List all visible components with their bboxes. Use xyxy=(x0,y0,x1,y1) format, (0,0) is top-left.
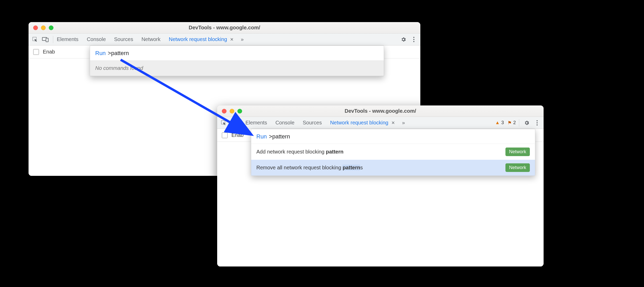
devtools-toolbar: Elements Console Sources Network Network… xyxy=(29,34,420,45)
enable-label: Enab xyxy=(43,49,55,55)
separator-icon xyxy=(519,119,519,126)
device-toggle-icon[interactable] xyxy=(230,118,238,127)
command-menu: Run >pattern No commands found xyxy=(90,45,384,76)
command-input-row[interactable]: Run >pattern xyxy=(251,129,535,144)
overflow-menu-icon[interactable] xyxy=(533,118,542,127)
svg-point-3 xyxy=(413,37,414,38)
more-tabs-icon[interactable]: » xyxy=(402,120,405,126)
inspect-element-icon[interactable] xyxy=(219,118,228,127)
command-result-add-pattern[interactable]: Add network request blocking pattern Net… xyxy=(251,144,535,160)
tab-sources[interactable]: Sources xyxy=(114,35,134,43)
enable-label: Enab xyxy=(231,132,244,138)
separator-icon xyxy=(53,36,53,43)
enable-blocking-checkbox[interactable] xyxy=(222,132,228,138)
issues-counter[interactable]: ⚑ 2 xyxy=(508,120,516,126)
result-text: Remove all network request blocking patt… xyxy=(256,165,363,171)
window-title: DevTools - www.google.com/ xyxy=(217,108,544,114)
tab-network-request-blocking[interactable]: Network request blocking xyxy=(330,119,389,127)
tab-console[interactable]: Console xyxy=(275,119,295,127)
minimize-dot-icon[interactable] xyxy=(230,109,234,114)
run-label: Run xyxy=(256,133,267,140)
svg-rect-8 xyxy=(235,122,237,125)
category-badge: Network xyxy=(505,163,530,172)
traffic-lights xyxy=(217,109,242,114)
window-titlebar: DevTools - www.google.com/ xyxy=(217,105,544,117)
tab-elements[interactable]: Elements xyxy=(56,35,79,43)
category-badge: Network xyxy=(505,148,530,156)
svg-point-10 xyxy=(537,122,538,123)
command-input-row[interactable]: Run >pattern xyxy=(90,46,384,61)
window-title: DevTools - www.google.com/ xyxy=(29,25,420,31)
inspect-element-icon[interactable] xyxy=(31,35,39,44)
panel-tabs: Elements Console Sources Network Network… xyxy=(56,35,244,43)
command-query: >pattern xyxy=(108,50,129,57)
fullscreen-dot-icon[interactable] xyxy=(49,25,53,30)
svg-point-11 xyxy=(537,124,538,125)
window-titlebar: DevTools - www.google.com/ xyxy=(29,22,420,34)
tab-console[interactable]: Console xyxy=(86,35,106,43)
panel-tabs: Elements Console Sources Network request… xyxy=(245,119,405,127)
fullscreen-dot-icon[interactable] xyxy=(237,109,242,114)
close-tab-icon[interactable]: × xyxy=(230,36,234,43)
minimize-dot-icon[interactable] xyxy=(41,25,46,30)
svg-rect-2 xyxy=(46,38,48,42)
tab-network[interactable]: Network xyxy=(141,35,161,43)
settings-gear-icon[interactable] xyxy=(522,118,531,127)
tab-network-request-blocking[interactable]: Network request blocking xyxy=(168,35,228,43)
svg-point-4 xyxy=(413,39,414,40)
svg-point-9 xyxy=(537,120,538,121)
devtools-toolbar: Elements Console Sources Network request… xyxy=(217,117,544,129)
close-dot-icon[interactable] xyxy=(222,109,227,114)
tab-sources[interactable]: Sources xyxy=(302,119,322,127)
result-text: Add network request blocking pattern xyxy=(256,149,344,155)
warnings-counter[interactable]: ▲ 3 xyxy=(495,120,504,125)
warning-triangle-icon: ▲ xyxy=(495,120,500,125)
command-results: Add network request blocking pattern Net… xyxy=(251,144,535,176)
settings-gear-icon[interactable] xyxy=(399,35,408,44)
close-dot-icon[interactable] xyxy=(33,25,38,30)
traffic-lights xyxy=(29,25,53,30)
run-label: Run xyxy=(95,50,106,57)
no-results-message: No commands found xyxy=(90,61,384,76)
more-tabs-icon[interactable]: » xyxy=(241,36,244,42)
command-query: >pattern xyxy=(269,133,290,140)
command-result-remove-patterns[interactable]: Remove all network request blocking patt… xyxy=(251,160,535,176)
issue-flag-icon: ⚑ xyxy=(508,120,512,126)
separator-icon xyxy=(242,119,242,126)
overflow-menu-icon[interactable] xyxy=(409,35,418,44)
tab-elements[interactable]: Elements xyxy=(245,119,268,127)
svg-point-5 xyxy=(413,41,414,42)
close-tab-icon[interactable]: × xyxy=(392,119,395,126)
enable-blocking-checkbox[interactable] xyxy=(33,49,39,55)
devtools-window-after: DevTools - www.google.com/ Elements Cons… xyxy=(217,105,544,266)
command-menu: Run >pattern Add network request blockin… xyxy=(251,129,535,176)
warnings-count: 3 xyxy=(501,120,504,125)
issues-count: 2 xyxy=(513,120,516,125)
device-toggle-icon[interactable] xyxy=(41,35,50,44)
